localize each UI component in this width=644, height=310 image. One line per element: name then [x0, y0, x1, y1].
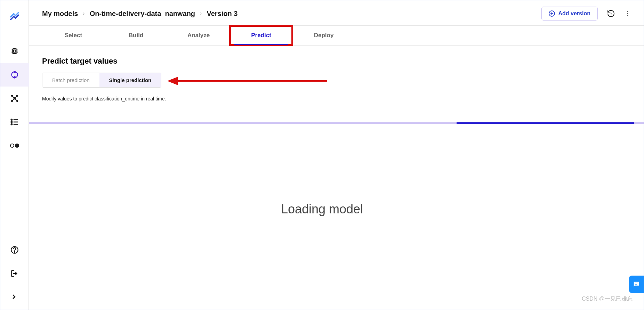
breadcrumb: My models › On-time-delivery-data_nanwan… [42, 10, 238, 18]
sidebar-item-model[interactable] [0, 63, 29, 87]
plus-circle-icon: + [549, 10, 555, 17]
breadcrumb-root[interactable]: My models [42, 10, 78, 18]
tab-predict[interactable]: Predict [230, 26, 292, 45]
svg-rect-1 [13, 50, 16, 52]
batch-prediction-button[interactable]: Batch prediction [42, 73, 99, 87]
svg-rect-0 [12, 49, 17, 54]
loading-progress-fill [457, 122, 634, 124]
watermark-text: CSDN @一见已难忘 [582, 295, 633, 303]
sidebar-item-logout[interactable] [0, 262, 29, 285]
section-title: Predict target values [42, 57, 630, 66]
svg-point-39 [627, 15, 628, 16]
left-sidebar [0, 0, 29, 310]
tab-build[interactable]: Build [105, 26, 167, 45]
prediction-mode-toggle: Batch prediction Single prediction [42, 73, 161, 88]
svg-line-22 [12, 96, 15, 98]
svg-point-37 [627, 11, 628, 12]
svg-point-15 [14, 71, 15, 73]
chevron-right-icon: › [83, 10, 84, 17]
history-icon[interactable] [607, 9, 615, 18]
sidebar-item-list[interactable] [0, 110, 29, 134]
svg-point-16 [14, 76, 15, 78]
sidebar-expand-icon[interactable] [10, 293, 18, 302]
single-prediction-button[interactable]: Single prediction [99, 73, 161, 87]
breadcrumb-model[interactable]: On-time-delivery-data_nanwang [90, 10, 195, 18]
chat-icon [633, 280, 640, 288]
svg-point-30 [11, 124, 12, 125]
svg-point-35 [14, 252, 15, 252]
add-version-label: Add version [558, 10, 590, 17]
more-menu-icon[interactable] [624, 9, 631, 18]
main-area: My models › On-time-delivery-data_nanwan… [29, 0, 644, 310]
brand-logo-icon[interactable] [9, 11, 20, 21]
tab-bar: Select Build Analyze Predict Deploy [29, 26, 644, 46]
page-header: My models › On-time-delivery-data_nanwan… [29, 0, 644, 26]
add-version-button[interactable]: + Add version [541, 7, 598, 21]
loading-progress-track [29, 122, 644, 124]
chevron-right-icon: › [200, 10, 202, 17]
content-area: Predict target values Batch prediction S… [29, 46, 644, 101]
svg-point-38 [627, 13, 628, 14]
svg-line-24 [12, 98, 15, 101]
sidebar-item-toggle[interactable] [0, 134, 29, 157]
svg-point-28 [11, 121, 12, 122]
svg-line-25 [15, 98, 17, 101]
svg-point-33 [15, 144, 19, 148]
loading-message: Loading model [281, 202, 363, 217]
prediction-hint: Modify values to predict classification_… [42, 96, 630, 101]
breadcrumb-version: Version 3 [207, 10, 238, 18]
tab-deploy[interactable]: Deploy [292, 26, 355, 45]
sidebar-item-help[interactable] [0, 238, 29, 262]
sidebar-item-chip[interactable] [0, 39, 29, 63]
svg-point-26 [11, 119, 12, 120]
tab-analyze[interactable]: Analyze [167, 26, 230, 45]
svg-line-23 [15, 96, 17, 98]
tab-select[interactable]: Select [42, 26, 105, 45]
svg-point-32 [10, 144, 14, 147]
sidebar-item-graph[interactable] [0, 87, 29, 110]
chat-fab-button[interactable] [629, 276, 644, 293]
